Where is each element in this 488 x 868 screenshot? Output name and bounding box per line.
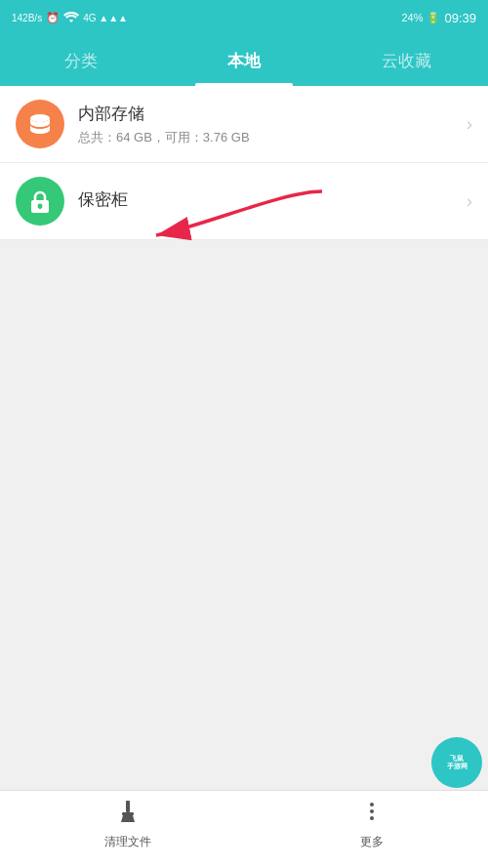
tab-cloud-label: 云收藏 xyxy=(382,50,431,72)
lock-box-icon xyxy=(27,188,53,214)
tab-bar: 分类 本地 云收藏 xyxy=(0,35,488,86)
tab-category-label: 分类 xyxy=(64,50,98,72)
svg-point-9 xyxy=(370,816,374,820)
internal-storage-title: 内部存储 xyxy=(78,103,459,125)
svg-point-7 xyxy=(370,803,374,806)
status-left: 142B/s ⏰ 4G ▲▲▲ xyxy=(12,11,128,24)
tab-cloud[interactable]: 云收藏 xyxy=(325,35,488,86)
internal-storage-icon xyxy=(16,100,64,148)
svg-rect-5 xyxy=(126,801,130,812)
svg-rect-6 xyxy=(122,812,134,815)
clean-files-button[interactable]: 清理文件 xyxy=(85,791,171,858)
battery-percent: 24% xyxy=(401,12,423,23)
time-display: 09:39 xyxy=(444,11,476,25)
list-item-safe-box[interactable]: 保密柜 › xyxy=(0,163,488,240)
internal-storage-chevron: › xyxy=(467,114,472,135)
svg-rect-3 xyxy=(39,206,41,209)
list-item-internal-storage[interactable]: 内部存储 总共：64 GB，可用：3.76 GB › xyxy=(0,86,488,163)
more-button[interactable]: 更多 xyxy=(340,791,404,858)
clean-icon xyxy=(115,799,141,830)
tab-local[interactable]: 本地 xyxy=(163,35,326,86)
tab-local-label: 本地 xyxy=(227,50,261,72)
internal-storage-text: 内部存储 总共：64 GB，可用：3.76 GB xyxy=(78,103,459,146)
internal-storage-subtitle: 总共：64 GB，可用：3.76 GB xyxy=(78,129,459,146)
wifi-icon xyxy=(63,11,79,24)
safe-box-title: 保密柜 xyxy=(78,188,459,211)
watermark-logo: 飞鼠手游网 xyxy=(431,737,482,788)
safe-box-text: 保密柜 xyxy=(78,188,459,215)
svg-point-8 xyxy=(370,809,374,813)
watermark-text: 飞鼠手游网 xyxy=(447,755,468,771)
network-speed: 142B/s xyxy=(12,13,42,23)
safe-box-icon xyxy=(16,177,64,226)
tab-category[interactable]: 分类 xyxy=(0,35,163,86)
clean-files-label: 清理文件 xyxy=(104,834,151,850)
more-icon xyxy=(359,799,385,830)
signal-icon: 4G ▲▲▲ xyxy=(83,13,128,23)
more-label: 更多 xyxy=(360,834,384,850)
safe-box-chevron: › xyxy=(467,191,472,212)
alarm-icon: ⏰ xyxy=(46,12,60,24)
status-bar: 142B/s ⏰ 4G ▲▲▲ 24% 🔋 09:39 xyxy=(0,0,488,35)
content-area: 内部存储 总共：64 GB，可用：3.76 GB › 保密柜 › xyxy=(0,86,488,790)
bottom-bar: 清理文件 更多 飞鼠手游网 xyxy=(0,790,488,868)
database-icon xyxy=(27,111,53,137)
list-container: 内部存储 总共：64 GB，可用：3.76 GB › 保密柜 › xyxy=(0,86,488,240)
svg-point-0 xyxy=(30,114,50,122)
battery-icon: 🔋 xyxy=(427,12,440,24)
status-right: 24% 🔋 09:39 xyxy=(401,11,476,25)
